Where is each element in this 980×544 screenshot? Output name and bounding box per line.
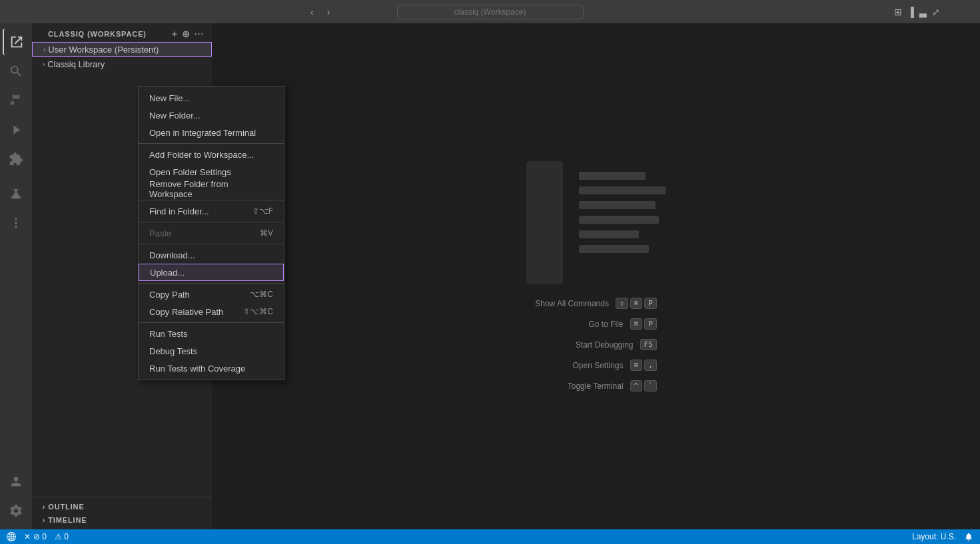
statusbar-remote-icon[interactable] — [7, 532, 16, 541]
search-activity-icon[interactable] — [3, 58, 29, 85]
statusbar: ✕ ⊘ 0 ⚠ 0 Layout: U.S. — [0, 529, 980, 544]
kbd-backtick: ` — [644, 380, 657, 392]
nav-back-button[interactable]: ‹ — [306, 5, 318, 19]
statusbar-warnings-label: ⚠ 0 — [55, 532, 69, 541]
layout-icon[interactable]: ⊞ — [894, 7, 902, 17]
tree-arrow-classiq-library: › — [43, 61, 45, 68]
new-file-header-icon[interactable]: + — [172, 29, 178, 39]
outline-arrow: › — [43, 503, 45, 511]
menu-item-paste[interactable]: Paste ⌘V — [139, 224, 284, 242]
kbd-cmd-3: ⌘ — [630, 360, 643, 371]
menu-shortcut-find-in-folder: ⇧⌥F — [252, 206, 273, 216]
shortcut-row-all-commands: Show All Commands ⇧ ⌘ P — [535, 298, 657, 309]
more-options-header-icon[interactable]: ··· — [195, 29, 204, 39]
run-activity-icon[interactable] — [3, 117, 29, 143]
menu-item-copy-relative-path[interactable]: Copy Relative Path ⇧⌥⌘C — [139, 303, 284, 320]
menu-item-copy-path[interactable]: Copy Path ⌥⌘C — [139, 286, 284, 303]
outline-label: OUTLINE — [48, 503, 84, 511]
source-control-activity-icon[interactable] — [3, 87, 29, 114]
titlebar-nav: ‹ › — [306, 5, 334, 19]
welcome-line-6 — [579, 245, 649, 253]
workspace-label: CLASSIQ (WORKSPACE) — [48, 30, 147, 38]
statusbar-layout-label: Layout: U.S. — [912, 532, 956, 541]
panel-icon[interactable]: ▃ — [919, 7, 927, 17]
kbd-cmd-2: ⌘ — [630, 318, 643, 330]
menu-item-add-folder[interactable]: Add Folder to Workspace... — [139, 146, 284, 163]
new-folder-header-icon[interactable]: ⊕ — [182, 29, 191, 39]
statusbar-right: Layout: U.S. — [912, 532, 973, 541]
shortcut-row-open-settings: Open Settings ⌘ , — [535, 360, 657, 371]
shortcut-label-open-settings: Open Settings — [572, 361, 623, 370]
menu-item-debug-tests[interactable]: Debug Tests — [139, 342, 284, 360]
outline-header[interactable]: › OUTLINE — [32, 500, 212, 513]
menu-item-new-file[interactable]: New File... — [139, 89, 284, 107]
kbd-p-2: P — [644, 318, 657, 330]
statusbar-errors[interactable]: ✕ ⊘ 0 — [24, 532, 47, 541]
shortcut-label-toggle-terminal: Toggle Terminal — [568, 382, 624, 391]
shortcut-label-start-debugging: Start Debugging — [576, 340, 634, 350]
kbd-group-go-to-file: ⌘ P — [630, 318, 657, 330]
menu-label-open-terminal: Open in Integrated Terminal — [149, 128, 256, 138]
welcome-line-3 — [579, 201, 656, 209]
menu-label-new-file: New File... — [149, 93, 190, 103]
manage-activity-icon[interactable] — [3, 497, 29, 524]
statusbar-errors-label: ⊘ 0 — [33, 532, 47, 541]
welcome-line-2 — [579, 186, 666, 194]
menu-item-download[interactable]: Download... — [139, 246, 284, 264]
menu-separator-5 — [139, 283, 284, 284]
explorer-activity-icon[interactable] — [3, 29, 29, 55]
kbd-group-start-debugging: F5 — [640, 339, 657, 350]
menu-item-run-tests-coverage[interactable]: Run Tests with Coverage — [139, 360, 284, 377]
statusbar-bell[interactable] — [964, 532, 973, 541]
fullscreen-icon[interactable]: ⤢ — [932, 7, 940, 17]
kbd-cmd: ⌘ — [630, 298, 643, 309]
statusbar-left: ✕ ⊘ 0 ⚠ 0 — [7, 532, 69, 541]
menu-label-add-folder: Add Folder to Workspace... — [149, 150, 254, 160]
menu-item-open-folder-settings[interactable]: Open Folder Settings — [139, 163, 284, 180]
welcome-line-1 — [579, 172, 646, 180]
welcome-icon-block — [526, 161, 563, 284]
kbd-comma: , — [644, 360, 657, 371]
kbd-f5: F5 — [640, 339, 657, 350]
kbd-group-open-settings: ⌘ , — [630, 360, 657, 371]
timeline-arrow: › — [43, 517, 45, 524]
search-input[interactable] — [397, 5, 584, 19]
kbd-p: P — [644, 298, 657, 309]
context-menu: New File... New Folder... Open in Integr… — [138, 86, 284, 380]
lab-activity-icon[interactable] — [3, 180, 29, 207]
nav-forward-button[interactable]: › — [323, 5, 334, 19]
activity-bar-bottom — [3, 468, 29, 529]
shortcuts-panel: Show All Commands ⇧ ⌘ P Go to File ⌘ P S… — [535, 298, 657, 392]
menu-item-find-in-folder[interactable]: Find in Folder... ⇧⌥F — [139, 202, 284, 220]
kbd-group-toggle-terminal: ^ ` — [630, 380, 657, 392]
menu-separator-1 — [139, 143, 284, 144]
tree-item-user-workspace[interactable]: › User Workspace (Persistent) — [32, 42, 212, 57]
menu-item-open-terminal[interactable]: Open in Integrated Terminal — [139, 124, 284, 141]
menu-label-paste: Paste — [149, 228, 171, 238]
menu-item-remove-folder[interactable]: Remove Folder from Workspace — [139, 180, 284, 198]
kbd-ctrl: ^ — [630, 380, 643, 392]
statusbar-layout[interactable]: Layout: U.S. — [912, 532, 956, 541]
timeline-header[interactable]: › TIMELINE — [32, 513, 212, 527]
menu-label-debug-tests: Debug Tests — [149, 346, 197, 356]
content-area: Show All Commands ⇧ ⌘ P Go to File ⌘ P S… — [212, 23, 980, 529]
shortcut-row-toggle-terminal: Toggle Terminal ^ ` — [535, 380, 657, 392]
menu-separator-4 — [139, 244, 284, 244]
settings-extra-activity-icon[interactable] — [3, 210, 29, 236]
statusbar-warnings[interactable]: ⚠ 0 — [55, 532, 69, 541]
activity-bar — [0, 23, 32, 529]
account-activity-icon[interactable] — [3, 468, 29, 495]
sidebar-icon[interactable]: ▐ — [907, 7, 914, 17]
menu-item-upload[interactable]: Upload... — [139, 264, 284, 281]
extensions-activity-icon[interactable] — [3, 146, 29, 172]
shortcut-label-all-commands: Show All Commands — [535, 299, 609, 308]
tree-item-classiq-library[interactable]: › Classiq Library — [32, 57, 212, 71]
menu-separator-2 — [139, 200, 284, 200]
menu-item-run-tests[interactable]: Run Tests — [139, 325, 284, 342]
menu-label-copy-relative-path: Copy Relative Path — [149, 307, 223, 317]
menu-item-new-folder[interactable]: New Folder... — [139, 107, 284, 124]
titlebar: ‹ › ⊞ ▐ ▃ ⤢ — [0, 0, 980, 23]
sidebar-header-icons: + ⊕ ··· — [172, 29, 204, 39]
shortcut-row-start-debugging: Start Debugging F5 — [535, 339, 657, 350]
welcome-lines — [579, 161, 666, 253]
